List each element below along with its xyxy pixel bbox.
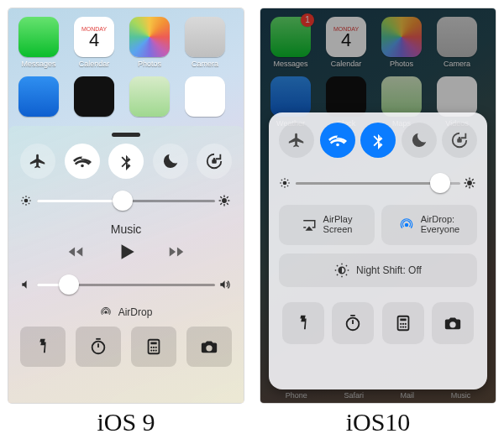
panel-ios10: 1Messages Monday4Calendar Photos Camera … <box>252 0 504 439</box>
caption-ios9: iOS 9 <box>97 408 155 436</box>
brightness-high-icon <box>464 177 477 189</box>
app-calendar[interactable]: Monday4Calendar <box>71 17 118 68</box>
app-row2 <box>71 76 118 117</box>
app-row2 <box>181 76 228 117</box>
forward-icon <box>167 243 186 261</box>
airdrop-button[interactable]: AirDrop:Everyone <box>381 205 477 245</box>
moon-icon <box>410 131 428 149</box>
bluetooth-toggle[interactable] <box>108 144 144 179</box>
dnd-toggle[interactable] <box>402 123 437 158</box>
timer-icon <box>344 314 362 332</box>
app-photos[interactable]: Photos <box>126 17 173 68</box>
rewind-icon <box>66 243 85 261</box>
caption-ios10: iOS10 <box>346 408 411 436</box>
bluetooth-icon <box>369 131 387 149</box>
brightness-low-icon <box>279 177 292 189</box>
flashlight-icon <box>294 314 312 332</box>
control-center-ios10: AirPlayScreen AirDrop:Everyone Night Shi… <box>269 112 487 389</box>
volume-slider[interactable] <box>20 273 232 296</box>
forward-button[interactable] <box>167 243 186 261</box>
night-shift-icon <box>334 263 349 278</box>
control-center-ios9: Music AirDrop <box>8 126 244 403</box>
brightness-high-icon <box>218 195 232 206</box>
app-camera[interactable]: Camera <box>181 17 228 68</box>
calculator-button[interactable] <box>382 302 424 344</box>
airdrop-icon <box>399 217 414 233</box>
airdrop-button[interactable]: AirDrop <box>20 306 232 318</box>
dnd-toggle[interactable] <box>153 144 188 179</box>
timer-icon <box>89 337 108 356</box>
airdrop-label: AirDrop <box>118 306 153 318</box>
camera-button[interactable] <box>186 327 232 367</box>
flashlight-button[interactable] <box>20 327 66 367</box>
camera-icon <box>444 314 462 332</box>
calculator-button[interactable] <box>131 327 176 367</box>
calculator-icon <box>394 314 412 332</box>
timer-button[interactable] <box>76 327 121 367</box>
brightness-slider[interactable] <box>279 171 477 195</box>
wifi-icon <box>328 131 347 149</box>
wifi-toggle[interactable] <box>65 144 100 179</box>
rewind-button[interactable] <box>66 243 85 261</box>
orientation-lock-toggle[interactable] <box>197 144 232 179</box>
calculator-icon <box>144 337 163 356</box>
wifi-icon <box>73 152 92 170</box>
phone-ios9: Messages Monday4Calendar Photos Camera <box>8 8 244 403</box>
airplay-icon <box>302 217 317 233</box>
brightness-low-icon <box>20 195 34 206</box>
wifi-toggle[interactable] <box>320 123 355 158</box>
bluetooth-icon <box>117 152 135 170</box>
camera-button[interactable] <box>432 302 474 344</box>
rotation-lock-icon <box>450 131 469 149</box>
airplane-toggle[interactable] <box>279 123 314 158</box>
airplay-button[interactable]: AirPlayScreen <box>279 205 375 245</box>
airplane-icon <box>29 152 47 170</box>
airdrop-icon <box>100 306 112 318</box>
moon-icon <box>161 152 180 170</box>
volume-low-icon <box>20 279 34 290</box>
bluetooth-toggle[interactable] <box>360 123 396 158</box>
panel-ios9: Messages Monday4Calendar Photos Camera <box>0 0 252 439</box>
volume-high-icon <box>218 279 232 290</box>
flashlight-icon <box>34 337 52 356</box>
night-shift-label: Night Shift: Off <box>356 264 422 276</box>
now-playing-title: Music <box>20 222 232 236</box>
rotation-lock-icon <box>205 152 223 170</box>
airplane-icon <box>287 131 306 149</box>
app-messages[interactable]: Messages <box>15 17 62 68</box>
orientation-lock-toggle[interactable] <box>442 123 477 158</box>
airplane-toggle[interactable] <box>20 144 55 179</box>
brightness-slider[interactable] <box>20 189 232 212</box>
night-shift-button[interactable]: Night Shift: Off <box>279 253 477 287</box>
play-button[interactable] <box>115 241 137 263</box>
phone-ios10: 1Messages Monday4Calendar Photos Camera … <box>260 8 496 403</box>
app-row2 <box>126 76 173 117</box>
camera-icon <box>200 337 218 356</box>
play-icon <box>115 241 137 263</box>
grabber-icon[interactable] <box>112 133 140 137</box>
app-row2 <box>15 76 62 117</box>
timer-button[interactable] <box>332 302 374 344</box>
flashlight-button[interactable] <box>282 302 324 344</box>
